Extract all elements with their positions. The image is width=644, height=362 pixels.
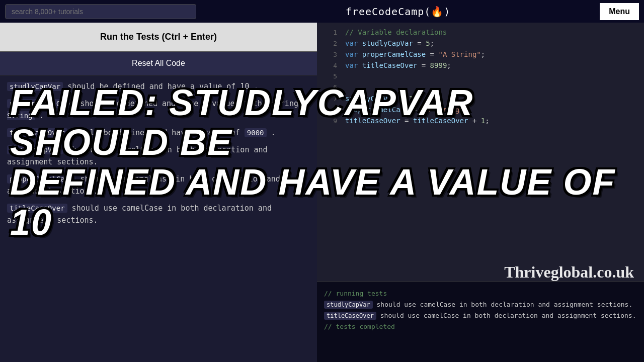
line-content: var properCamelCase = "A String"; (345, 50, 485, 58)
reset-code-button[interactable]: Reset All Code (0, 51, 317, 75)
list-item: titleCaseOver should use camelCase in bo… (7, 202, 310, 226)
code-inline: studlyCapVar (7, 145, 63, 154)
code-line: 7 studlyCapVar = 10; (317, 94, 644, 105)
console-text: should use camelCase in both declaration… (377, 301, 633, 308)
code-inline: titleCaseOver (7, 128, 67, 137)
line-content: var studlyCapVar = 5; (345, 39, 434, 47)
console-text: should use camelCase in both declaration… (380, 312, 636, 319)
search-input[interactable] (5, 4, 196, 19)
console-line: studlyCapVar should use camelCase in bot… (324, 299, 637, 310)
line-number: 6 (322, 83, 337, 91)
test-text: . (40, 111, 44, 120)
list-item: properCamelCase should use camelCase in … (7, 173, 310, 197)
main-content: Run the Tests (Ctrl + Enter) Reset All C… (0, 23, 644, 362)
title-end: ) (444, 6, 450, 18)
code-line: 8 properCamelCase = "A String"; (317, 105, 644, 116)
line-number: 8 (322, 106, 337, 114)
line-number: 7 (322, 95, 337, 103)
test-text: should be defined and have a value of (67, 82, 240, 91)
line-content: studlyCapVar = 10; (345, 95, 422, 103)
test-text: . (254, 82, 258, 91)
line-number: 1 (322, 29, 337, 36)
code-inline: studlyCapVar (324, 301, 373, 309)
console-line: // tests completed (324, 321, 637, 332)
code-line: 5 (317, 72, 644, 83)
header: freeCodeCamp(🔥) Menu (0, 0, 644, 23)
line-number: 4 (322, 62, 337, 69)
line-number: 3 (322, 51, 337, 58)
test-text: should be defined and have a value of th… (80, 99, 303, 108)
code-line: 6 (317, 83, 644, 94)
console-line: titleCaseOver should use camelCase in bo… (324, 310, 637, 321)
line-content: properCamelCase = "A String"; (345, 106, 468, 114)
code-inline: 9000 (245, 128, 267, 137)
test-text: should be defined and have a value of (72, 128, 245, 137)
code-inline: titleCaseOver (7, 204, 67, 213)
line-number: 2 (322, 40, 337, 47)
code-inline: properCamelCase (7, 99, 75, 108)
code-editor[interactable]: 1 // Variable declarations 2 var studlyC… (317, 23, 644, 282)
line-content: // Variable declarations (345, 28, 447, 36)
code-line: 3 var properCamelCase = "A String"; (317, 50, 644, 61)
list-item: studlyCapVar should use camelCase in bot… (7, 144, 310, 168)
site-title: freeCodeCamp(🔥) (346, 6, 451, 18)
code-inline: studlyCapVar (7, 82, 63, 91)
line-content: titleCaseOver = titleCaseOver + 1; (345, 117, 490, 125)
test-text: . (271, 128, 276, 137)
line-number: 9 (322, 117, 337, 125)
code-line: 2 var studlyCapVar = 5; (317, 39, 644, 50)
line-content: var titleCaseOver = 8999; (345, 61, 451, 69)
line-number: 5 (322, 72, 337, 80)
list-item: studlyCapVar should be defined and have … (7, 80, 310, 93)
console-output: // running tests studlyCapVar should use… (317, 282, 644, 362)
flame-icon: 🔥 (431, 6, 444, 18)
code-line: 9 titleCaseOver = titleCaseOver + 1; (317, 116, 644, 127)
run-tests-button[interactable]: Run the Tests (Ctrl + Enter) (0, 23, 317, 51)
list-item: titleCaseOver should be defined and have… (7, 127, 310, 139)
right-panel: 1 // Variable declarations 2 var studlyC… (317, 23, 644, 362)
test-text: 10 (240, 82, 249, 91)
title-text: freeCodeCamp( (346, 6, 431, 18)
code-line: 1 // Variable declarations (317, 28, 644, 39)
code-inline: titleCaseOver (324, 312, 376, 320)
test-results-list: studlyCapVar should be defined and have … (0, 75, 317, 362)
console-line: // running tests (324, 288, 637, 299)
code-inline: properCamelCase (7, 174, 75, 184)
code-line: 4 var titleCaseOver = 8999; (317, 61, 644, 72)
left-panel: Run the Tests (Ctrl + Enter) Reset All C… (0, 23, 317, 362)
list-item: properCamelCase should be defined and ha… (7, 98, 310, 122)
menu-button[interactable]: Menu (600, 3, 639, 20)
